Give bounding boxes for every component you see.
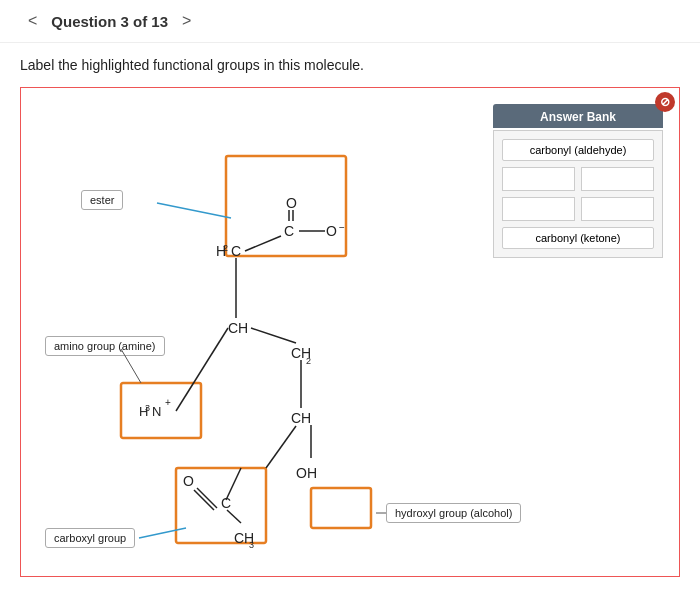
answer-bank-item-ketone[interactable]: carbonyl (ketone) [502, 227, 654, 249]
answer-bank-body: carbonyl (aldehyde) carbonyl (ketone) [493, 130, 663, 258]
svg-text:C: C [284, 223, 294, 239]
svg-line-34 [226, 468, 241, 500]
svg-line-17 [251, 328, 296, 343]
svg-line-24 [266, 426, 296, 468]
cancel-icon[interactable]: ⊘ [655, 92, 675, 112]
svg-text:C: C [231, 243, 241, 259]
svg-text:O: O [183, 473, 194, 489]
svg-rect-3 [311, 488, 371, 528]
svg-line-35 [227, 510, 241, 523]
main-content-area: ⊘ Answer Bank carbonyl (aldehyde) carbon… [20, 87, 680, 577]
label-amino-group[interactable]: amino group (amine) [45, 336, 165, 356]
label-ester[interactable]: ester [81, 190, 123, 210]
answer-bank-empty-2[interactable] [581, 167, 654, 191]
svg-text:CH: CH [228, 320, 248, 336]
svg-text:+: + [165, 397, 171, 408]
svg-text:O: O [326, 223, 337, 239]
svg-text:3: 3 [249, 540, 254, 550]
svg-text:3: 3 [145, 403, 150, 413]
next-arrow[interactable]: > [174, 12, 199, 30]
svg-text:O: O [286, 195, 297, 211]
answer-bank-empty-3[interactable] [502, 197, 575, 221]
answer-bank-empty-1[interactable] [502, 167, 575, 191]
svg-text:CH: CH [291, 410, 311, 426]
svg-text:2: 2 [306, 356, 311, 366]
answer-bank-row-1 [502, 167, 654, 191]
answer-bank-row-2 [502, 197, 654, 221]
answer-bank-item-aldehyde[interactable]: carbonyl (aldehyde) [502, 139, 654, 161]
svg-line-32 [194, 490, 214, 510]
instructions-text: Label the highlighted functional groups … [0, 43, 700, 81]
svg-text:2: 2 [223, 243, 228, 253]
question-label: Question 3 of 13 [51, 13, 168, 30]
label-hydroxyl-group[interactable]: hydroxyl group (alcohol) [386, 503, 521, 523]
svg-text:N: N [152, 404, 161, 419]
svg-text:OH: OH [296, 465, 317, 481]
header: < Question 3 of 13 > [0, 0, 700, 43]
label-carboxyl-group[interactable]: carboxyl group [45, 528, 135, 548]
svg-text:−: − [339, 222, 345, 233]
svg-text:C: C [221, 495, 231, 511]
svg-line-14 [245, 236, 281, 251]
answer-bank-empty-4[interactable] [581, 197, 654, 221]
prev-arrow[interactable]: < [20, 12, 45, 30]
answer-bank-header: Answer Bank [493, 104, 663, 128]
svg-line-31 [197, 488, 217, 508]
